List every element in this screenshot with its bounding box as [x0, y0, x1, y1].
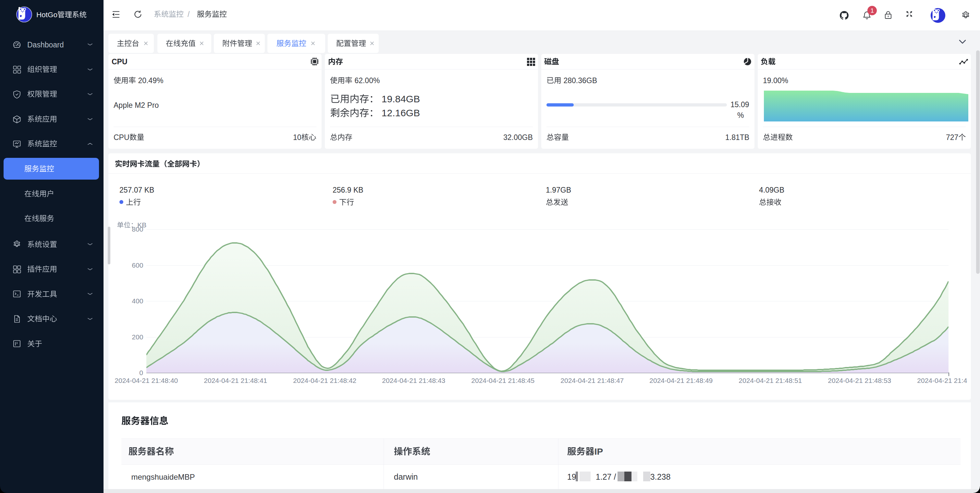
svg-text:1.97GB: 1.97GB: [546, 185, 571, 194]
svg-text:12.16GB: 12.16GB: [381, 107, 420, 118]
svg-text:10: 10: [293, 133, 301, 142]
svg-text:4.09GB: 4.09GB: [759, 185, 784, 194]
svg-text:2024-04-21 21:48:49: 2024-04-21 21:48:49: [650, 377, 713, 384]
svg-text:62.00%: 62.00%: [354, 76, 380, 85]
svg-text:280.36GB: 280.36GB: [563, 76, 597, 85]
svg-text:727: 727: [946, 133, 958, 142]
svg-text:%: %: [737, 111, 744, 120]
svg-text:Apple M2 Pro: Apple M2 Pro: [114, 101, 159, 109]
svg-text:darwin: darwin: [394, 472, 418, 481]
svg-text:1.27 /: 1.27 /: [596, 472, 616, 481]
svg-text:2024-04-21 21:48:42: 2024-04-21 21:48:42: [293, 377, 356, 384]
svg-text:/: /: [188, 10, 190, 19]
svg-text:2024-04-21 21:48:51: 2024-04-21 21:48:51: [738, 377, 802, 384]
svg-text:IP: IP: [595, 447, 603, 456]
svg-text:400: 400: [132, 297, 143, 305]
svg-text:2024-04-21 21:48:43: 2024-04-21 21:48:43: [382, 377, 445, 384]
svg-text:2024-04-21 21:48:45: 2024-04-21 21:48:45: [471, 377, 535, 384]
svg-text:800: 800: [132, 225, 143, 233]
svg-text:mengshuaideMBP: mengshuaideMBP: [131, 472, 195, 481]
svg-text:257.07 KB: 257.07 KB: [119, 185, 154, 194]
svg-text:CPU: CPU: [111, 57, 127, 66]
svg-text:3.238: 3.238: [650, 472, 671, 481]
svg-text:2024-04-21 21:48:53: 2024-04-21 21:48:53: [828, 377, 891, 384]
svg-text:19.00%: 19.00%: [763, 76, 788, 85]
svg-text:2024-04-21 21:48:40: 2024-04-21 21:48:40: [115, 377, 178, 384]
svg-text:2024-04-21 21:48:47: 2024-04-21 21:48:47: [560, 377, 624, 384]
svg-text:Dashboard: Dashboard: [27, 40, 64, 49]
svg-text:2024-04-21 21:4: 2024-04-21 21:4: [917, 377, 967, 384]
svg-text:HotGo: HotGo: [37, 11, 57, 19]
svg-text:15.09: 15.09: [730, 101, 749, 109]
svg-text:200: 200: [132, 333, 143, 341]
svg-text:20.49%: 20.49%: [138, 76, 163, 85]
svg-text:1.81TB: 1.81TB: [725, 133, 749, 142]
svg-text:19: 19: [567, 472, 576, 481]
svg-text:256.9 KB: 256.9 KB: [332, 185, 363, 194]
svg-text:1: 1: [871, 7, 874, 14]
svg-text:600: 600: [132, 262, 143, 269]
svg-text:19.84GB: 19.84GB: [381, 94, 420, 104]
svg-text:32.00GB: 32.00GB: [503, 133, 533, 142]
svg-text:CPU: CPU: [114, 133, 129, 142]
svg-text:2024-04-21 21:48:41: 2024-04-21 21:48:41: [204, 377, 267, 384]
